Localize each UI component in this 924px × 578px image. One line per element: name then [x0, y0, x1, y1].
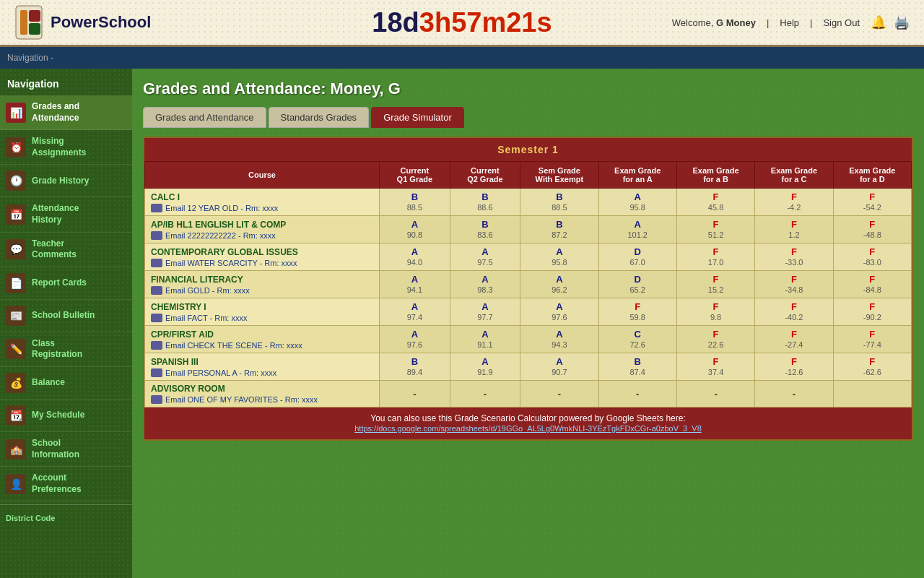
table-row: SPANISH III Email PERSONAL A - Rm: xxxx … — [145, 353, 912, 381]
q2-grade-number: 88.6 — [477, 203, 492, 212]
table-row: CALC I Email 12 YEAR OLD - Rm: xxxx B88.… — [145, 189, 912, 216]
table-row: CHEMISTRY I Email FACT - Rm: xxxx A97.4A… — [145, 298, 912, 326]
missing-assignments-icon: ⏰ — [6, 137, 26, 158]
exam-d-grade-cell: F-84.8 — [833, 271, 911, 298]
print-icon[interactable]: 🖨️ — [894, 14, 910, 30]
email-label: Email WATER SCARCITY - Rm: xxxx — [165, 259, 297, 267]
grade-history-icon: 🕐 — [6, 171, 26, 191]
course-name: FINANCIAL LITERACY — [151, 275, 373, 285]
teacher-comments-icon: 💬 — [6, 239, 26, 259]
sidebar-item-school-bulletin[interactable]: 📰 School Bulletin — [0, 300, 132, 332]
sidebar-item-grades-attendance[interactable]: 📊 Grades andAttendance — [0, 95, 132, 130]
sidebar-label-school-bulletin: School Bulletin — [32, 310, 95, 322]
email-label: Email CHECK THE SCENE - Rm: xxxx — [165, 341, 302, 350]
exam-a-grade-number: 67.0 — [630, 258, 645, 267]
exam-b-grade-letter: F — [681, 191, 750, 202]
sidebar-item-class-registration[interactable]: ✏️ ClassRegistration — [0, 332, 132, 367]
sidebar-item-report-cards[interactable]: 📄 Report Cards — [0, 267, 132, 300]
exam-a-grade-cell: D65.2 — [598, 271, 676, 298]
email-icon — [151, 341, 162, 350]
sem-grade-cell: A94.3 — [520, 326, 598, 353]
username: G Money — [716, 17, 756, 28]
course-email[interactable]: Email GOLD - Rm: xxxx — [151, 286, 373, 295]
sidebar-item-attendance-history[interactable]: 📅 AttendanceHistory — [0, 197, 132, 232]
exam-a-grade-cell: D67.0 — [598, 243, 676, 271]
sidebar-label-school-information: SchoolInformation — [32, 438, 79, 460]
help-link[interactable]: Help — [780, 17, 799, 28]
exam-c-grade-cell: F-27.4 — [755, 326, 833, 353]
exam-b-grade-cell: F9.8 — [676, 298, 754, 326]
exam-b-grade-letter: F — [681, 274, 750, 285]
q2-grade-letter: A — [455, 274, 516, 285]
nav-bar: Navigation - — [0, 47, 924, 69]
exam-c-grade-cell: F-33.0 — [755, 243, 833, 271]
header: PowerSchool 18d3h57m21s Welcome, G Money… — [0, 0, 924, 47]
svg-rect-1 — [20, 10, 27, 35]
course-email[interactable]: Email WATER SCARCITY - Rm: xxxx — [151, 259, 373, 267]
course-email[interactable]: Email PERSONAL A - Rm: xxxx — [151, 368, 373, 377]
exam-a-grade-number: 59.8 — [630, 313, 645, 322]
exam-a-grade-letter: - — [603, 389, 672, 400]
course-name: CALC I — [151, 192, 373, 202]
email-icon — [151, 368, 162, 377]
course-email[interactable]: Email ONE OF MY FAVORITES - Rm: xxxx — [151, 395, 373, 404]
col-header-sem: Sem GradeWith Exempt — [520, 162, 598, 189]
sidebar-item-my-schedule[interactable]: 📆 My Schedule — [0, 400, 132, 432]
q2-grade-number: 91.1 — [477, 340, 492, 349]
tab-grades-attendance[interactable]: Grades and Attendance — [143, 107, 266, 128]
exam-a-grade-number: 72.6 — [630, 340, 645, 349]
exam-d-grade-number: -84.8 — [863, 285, 881, 294]
sidebar-item-account-preferences[interactable]: 👤 AccountPreferences — [0, 467, 132, 501]
grade-calculator-link[interactable]: https://docs.google.com/spreadsheets/d/1… — [354, 424, 702, 433]
tab-standards-grades[interactable]: Standards Grades — [269, 107, 370, 128]
q2-grade-letter: B — [455, 191, 516, 202]
q2-grade-cell: B88.6 — [450, 189, 520, 216]
q2-grade-cell: A98.3 — [450, 271, 520, 298]
email-label: Email FACT - Rm: xxxx — [165, 314, 247, 322]
exam-d-grade-cell: F-90.2 — [833, 298, 911, 326]
course-name: ADVISORY ROOM — [151, 384, 373, 394]
exam-a-grade-cell: B87.4 — [598, 353, 676, 381]
exam-c-grade-letter: F — [759, 246, 828, 257]
exam-c-grade-letter: F — [759, 301, 828, 312]
exam-c-grade-cell: - — [755, 381, 833, 407]
sem-grade-number: 94.3 — [552, 340, 567, 349]
table-row: AP/IB HL1 ENGLISH LIT & COMP Email 22222… — [145, 216, 912, 243]
q2-grade-number: 91.9 — [477, 368, 492, 376]
exam-c-grade-number: 1.2 — [788, 230, 799, 239]
course-email[interactable]: Email 12 YEAR OLD - Rm: xxxx — [151, 204, 373, 212]
exam-d-grade-cell: F-62.6 — [833, 353, 911, 381]
sidebar-item-grade-history[interactable]: 🕐 Grade History — [0, 165, 132, 197]
sem-grade-letter: A — [525, 329, 593, 340]
exam-b-grade-letter: F — [681, 301, 750, 312]
email-label: Email GOLD - Rm: xxxx — [165, 286, 250, 295]
course-email[interactable]: Email 22222222222 - Rm: xxxx — [151, 231, 373, 240]
sem-grade-cell: B87.2 — [520, 216, 598, 243]
sidebar-item-teacher-comments[interactable]: 💬 TeacherComments — [0, 233, 132, 267]
exam-d-grade-cell: F-77.4 — [833, 326, 911, 353]
sidebar-item-balance[interactable]: 💰 Balance — [0, 367, 132, 400]
q1-grade-letter: A — [384, 274, 445, 285]
nav-bar-label: Navigation - — [7, 53, 53, 63]
exam-b-grade-letter: F — [681, 329, 750, 340]
report-cards-icon: 📄 — [6, 273, 26, 293]
exam-d-grade-cell: F-83.0 — [833, 243, 911, 271]
sign-out-link[interactable]: Sign Out — [823, 17, 860, 28]
course-email[interactable]: Email CHECK THE SCENE - Rm: xxxx — [151, 341, 373, 350]
sidebar-item-school-information[interactable]: 🏫 SchoolInformation — [0, 432, 132, 467]
exam-c-grade-letter: F — [759, 191, 828, 202]
exam-b-grade-cell: F51.2 — [676, 216, 754, 243]
exam-a-grade-cell: A95.8 — [598, 189, 676, 216]
course-email[interactable]: Email FACT - Rm: xxxx — [151, 314, 373, 322]
exam-d-grade-number: -90.2 — [863, 313, 881, 322]
tab-grade-simulator[interactable]: Grade Simulator — [371, 107, 464, 128]
exam-c-grade-letter: - — [759, 389, 828, 400]
exam-a-grade-letter: D — [603, 246, 672, 257]
email-label: Email 22222222222 - Rm: xxxx — [165, 231, 276, 240]
sidebar-header: Navigation — [0, 72, 132, 95]
sidebar-label-account-preferences: AccountPreferences — [32, 473, 82, 495]
sem-grade-number: 97.6 — [552, 313, 567, 322]
sidebar-label-grades-attendance: Grades andAttendance — [32, 101, 79, 124]
sidebar-item-missing-assignments[interactable]: ⏰ MissingAssignments — [0, 130, 132, 165]
bell-icon[interactable]: 🔔 — [871, 14, 886, 30]
